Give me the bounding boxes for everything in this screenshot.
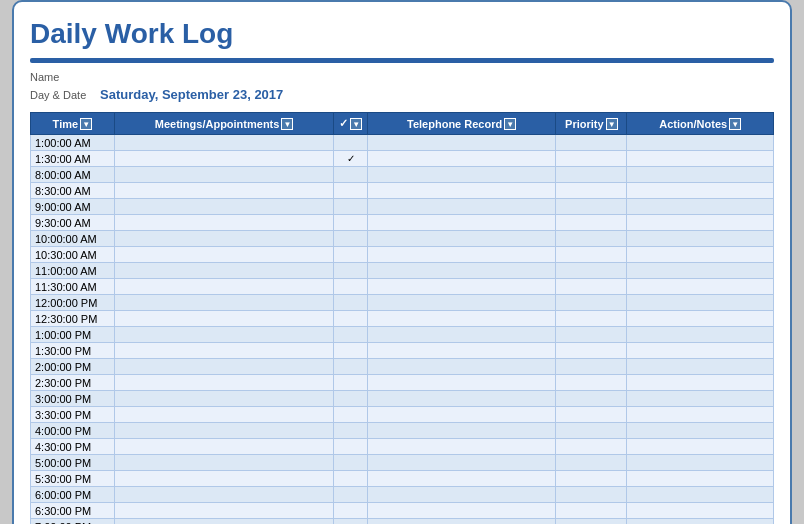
cell-priority[interactable]: [556, 263, 627, 279]
cell-meetings[interactable]: [114, 439, 334, 455]
cell-telephone[interactable]: [367, 423, 555, 439]
cell-action[interactable]: [627, 455, 774, 471]
cell-action[interactable]: [627, 439, 774, 455]
cell-action[interactable]: [627, 519, 774, 525]
cell-meetings[interactable]: [114, 231, 334, 247]
cell-priority[interactable]: [556, 151, 627, 167]
cell-priority[interactable]: [556, 407, 627, 423]
cell-telephone[interactable]: [367, 439, 555, 455]
cell-action[interactable]: [627, 279, 774, 295]
cell-priority[interactable]: [556, 135, 627, 151]
cell-telephone[interactable]: [367, 199, 555, 215]
cell-action[interactable]: [627, 215, 774, 231]
cell-telephone[interactable]: [367, 263, 555, 279]
cell-telephone[interactable]: [367, 247, 555, 263]
cell-priority[interactable]: [556, 327, 627, 343]
cell-priority[interactable]: [556, 375, 627, 391]
cell-priority[interactable]: [556, 455, 627, 471]
cell-action[interactable]: [627, 263, 774, 279]
cell-meetings[interactable]: [114, 215, 334, 231]
cell-meetings[interactable]: [114, 423, 334, 439]
cell-meetings[interactable]: [114, 359, 334, 375]
cell-action[interactable]: [627, 135, 774, 151]
cell-meetings[interactable]: [114, 135, 334, 151]
cell-telephone[interactable]: [367, 503, 555, 519]
cell-action[interactable]: [627, 375, 774, 391]
cell-meetings[interactable]: [114, 263, 334, 279]
cell-telephone[interactable]: [367, 519, 555, 525]
cell-telephone[interactable]: [367, 375, 555, 391]
cell-telephone[interactable]: [367, 311, 555, 327]
check-dropdown[interactable]: ▼: [350, 118, 362, 130]
cell-telephone[interactable]: [367, 183, 555, 199]
cell-telephone[interactable]: [367, 487, 555, 503]
cell-priority[interactable]: [556, 183, 627, 199]
cell-telephone[interactable]: [367, 279, 555, 295]
cell-meetings[interactable]: [114, 311, 334, 327]
cell-telephone[interactable]: [367, 471, 555, 487]
meetings-dropdown[interactable]: ▼: [281, 118, 293, 130]
cell-telephone[interactable]: [367, 391, 555, 407]
cell-priority[interactable]: [556, 199, 627, 215]
cell-action[interactable]: [627, 423, 774, 439]
cell-meetings[interactable]: [114, 151, 334, 167]
priority-dropdown[interactable]: ▼: [606, 118, 618, 130]
cell-meetings[interactable]: [114, 487, 334, 503]
cell-telephone[interactable]: [367, 343, 555, 359]
cell-meetings[interactable]: [114, 327, 334, 343]
cell-meetings[interactable]: [114, 503, 334, 519]
cell-priority[interactable]: [556, 423, 627, 439]
cell-priority[interactable]: [556, 247, 627, 263]
cell-meetings[interactable]: [114, 375, 334, 391]
cell-meetings[interactable]: [114, 455, 334, 471]
cell-priority[interactable]: [556, 279, 627, 295]
cell-telephone[interactable]: [367, 151, 555, 167]
cell-action[interactable]: [627, 199, 774, 215]
cell-priority[interactable]: [556, 215, 627, 231]
cell-action[interactable]: [627, 487, 774, 503]
telephone-dropdown[interactable]: ▼: [504, 118, 516, 130]
cell-meetings[interactable]: [114, 247, 334, 263]
cell-action[interactable]: [627, 343, 774, 359]
cell-meetings[interactable]: [114, 279, 334, 295]
cell-priority[interactable]: [556, 295, 627, 311]
cell-action[interactable]: [627, 327, 774, 343]
cell-telephone[interactable]: [367, 327, 555, 343]
action-dropdown[interactable]: ▼: [729, 118, 741, 130]
cell-priority[interactable]: [556, 231, 627, 247]
cell-priority[interactable]: [556, 343, 627, 359]
cell-priority[interactable]: [556, 487, 627, 503]
cell-action[interactable]: [627, 503, 774, 519]
cell-telephone[interactable]: [367, 295, 555, 311]
cell-action[interactable]: [627, 295, 774, 311]
cell-meetings[interactable]: [114, 391, 334, 407]
cell-meetings[interactable]: [114, 343, 334, 359]
cell-telephone[interactable]: [367, 135, 555, 151]
cell-action[interactable]: [627, 311, 774, 327]
cell-action[interactable]: [627, 407, 774, 423]
cell-priority[interactable]: [556, 311, 627, 327]
cell-meetings[interactable]: [114, 519, 334, 525]
cell-meetings[interactable]: [114, 471, 334, 487]
cell-telephone[interactable]: [367, 167, 555, 183]
cell-action[interactable]: [627, 231, 774, 247]
cell-priority[interactable]: [556, 503, 627, 519]
cell-action[interactable]: [627, 359, 774, 375]
cell-priority[interactable]: [556, 519, 627, 525]
cell-meetings[interactable]: [114, 407, 334, 423]
cell-action[interactable]: [627, 247, 774, 263]
cell-priority[interactable]: [556, 391, 627, 407]
cell-meetings[interactable]: [114, 295, 334, 311]
cell-telephone[interactable]: [367, 359, 555, 375]
cell-priority[interactable]: [556, 439, 627, 455]
time-dropdown[interactable]: ▼: [80, 118, 92, 130]
cell-telephone[interactable]: [367, 407, 555, 423]
cell-telephone[interactable]: [367, 231, 555, 247]
cell-telephone[interactable]: [367, 215, 555, 231]
cell-meetings[interactable]: [114, 167, 334, 183]
cell-telephone[interactable]: [367, 455, 555, 471]
cell-action[interactable]: [627, 471, 774, 487]
cell-meetings[interactable]: [114, 183, 334, 199]
cell-priority[interactable]: [556, 471, 627, 487]
cell-priority[interactable]: [556, 167, 627, 183]
